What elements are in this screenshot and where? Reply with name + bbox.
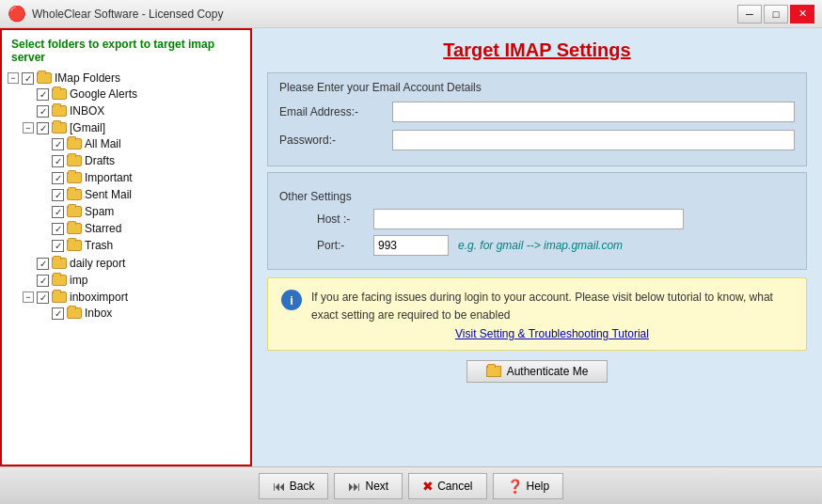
window-title: WholeClear Software - Licensed Copy [32,8,223,21]
tree-label-sentmail: Sent Mail [85,188,132,201]
expander-icon[interactable]: − [23,122,34,134]
list-item: − [Gmail] All Mail [21,119,246,255]
tree-label-dailyreport: daily report [70,257,125,270]
tree-item-gmail[interactable]: − [Gmail] [21,120,246,135]
list-item: daily report [21,255,246,272]
help-button[interactable]: ❓ Help [493,473,564,499]
right-panel: Target IMAP Settings Please Enter your E… [252,28,822,466]
list-item: Trash [36,237,246,254]
email-label: Email Address:- [279,105,392,118]
tree-item-googlealerts[interactable]: Google Alerts [21,87,246,102]
tree-item-drafts[interactable]: Drafts [36,153,246,168]
titlebar-buttons: ─ □ ✕ [737,5,814,24]
list-item: imp [21,272,246,289]
port-label: Port:- [317,239,373,252]
tree-item-allmail[interactable]: All Mail [36,136,246,151]
email-input[interactable] [392,102,795,122]
folder-icon [52,122,67,134]
other-settings-section: Other Settings Host :- Port:- e.g. for g… [267,172,807,270]
list-item: Sent Mail [36,186,246,203]
checkbox-important[interactable] [52,172,64,184]
account-section: Please Enter your Email Account Details … [267,72,807,166]
port-input[interactable] [373,235,449,256]
port-hint: e.g. for gmail --> imap.gmail.com [458,239,623,252]
checkbox-inbox-sub[interactable] [52,307,64,320]
checkbox-sentmail[interactable] [52,189,64,201]
tree-label-imapfolders: IMap Folders [55,71,120,85]
host-input[interactable] [373,209,684,229]
right-panel-title: Target IMAP Settings [267,39,807,61]
minimize-button[interactable]: ─ [737,5,762,24]
tree-item-imapfolders[interactable]: − IMap Folders [6,71,246,86]
tree-item-sentmail[interactable]: Sent Mail [36,187,246,202]
titlebar-left: 🔴 WholeClear Software - Licensed Copy [8,5,223,23]
app-icon: 🔴 [8,5,26,23]
tree-item-trash[interactable]: Trash [36,238,246,253]
password-input[interactable] [392,130,795,150]
folder-icon [67,138,82,150]
tree-item-dailyreport[interactable]: daily report [21,256,246,271]
expander-icon[interactable]: − [8,72,19,84]
list-item: Starred [36,220,246,237]
folder-icon [52,88,67,100]
expander-icon[interactable]: − [23,291,34,303]
back-icon: ⏮ [273,479,286,494]
checkbox-inboximport[interactable] [37,291,49,304]
tree-item-starred[interactable]: Starred [36,221,246,236]
cancel-button[interactable]: ✖ Cancel [408,473,486,499]
checkbox-drafts[interactable] [52,155,64,167]
left-panel: Select folders to export to target imap … [0,28,252,466]
help-icon: ❓ [507,479,523,494]
checkbox-imp[interactable] [37,275,49,287]
tree-item-imp[interactable]: imp [21,273,246,288]
checkbox-googlealerts[interactable] [37,88,49,101]
bottom-bar: ⏮ Back ⏭ Next ✖ Cancel ❓ Help [0,466,822,504]
tree-item-important[interactable]: Important [36,170,246,185]
tree-label-inbox: INBOX [70,104,104,118]
tree-item-inboximport[interactable]: − inboximport [21,290,246,305]
checkbox-starred[interactable] [52,223,64,235]
back-label: Back [290,480,315,493]
checkbox-imapfolders[interactable] [22,72,34,85]
tutorial-link[interactable]: Visit Setting & Troubleshooting Tutorial [311,327,793,340]
titlebar: 🔴 WholeClear Software - Licensed Copy ─ … [0,0,822,28]
list-item: Google Alerts [21,86,246,102]
port-group: Port:- e.g. for gmail --> imap.gmail.com [317,235,795,256]
tree-label-starred: Starred [85,222,121,235]
folder-icon [52,275,67,286]
tree-children-gmail: All Mail Drafts [21,135,246,254]
tree-item-spam[interactable]: Spam [36,204,246,219]
tree-label-inbox-sub: Inbox [85,307,112,320]
checkbox-allmail[interactable] [52,138,64,150]
tree-item-inbox-sub[interactable]: Inbox [36,306,246,321]
maximize-button[interactable]: □ [764,5,788,24]
next-label: Next [365,480,388,493]
email-group: Email Address:- [279,102,795,122]
tree-label-googlealerts: Google Alerts [70,87,137,101]
tree-item-inbox[interactable]: INBOX [21,103,246,118]
next-button[interactable]: ⏭ Next [334,473,403,499]
list-item: Drafts [36,152,246,169]
list-item: INBOX [21,102,246,119]
back-button[interactable]: ⏮ Back [259,473,329,499]
checkbox-spam[interactable] [52,206,64,218]
tree-label-trash: Trash [85,239,113,252]
cancel-label: Cancel [437,480,472,493]
checkbox-dailyreport[interactable] [37,258,49,270]
authenticate-button[interactable]: Authenticate Me [466,360,609,383]
checkbox-trash[interactable] [52,240,64,252]
checkbox-inbox[interactable] [37,105,49,118]
info-box: i If you are facing issues during login … [267,277,807,351]
cancel-icon: ✖ [422,479,434,494]
folder-icon [52,291,67,303]
checkbox-gmail[interactable] [37,122,49,134]
tree-label-allmail: All Mail [85,137,121,150]
main-content: Select folders to export to target imap … [0,28,822,466]
password-label: Password:- [279,134,392,147]
folder-icon [67,155,82,166]
folder-tree: − IMap Folders Google Alerts [6,70,246,323]
folder-icon [67,189,82,200]
info-icon: i [281,290,302,310]
folder-icon [486,366,501,377]
close-button[interactable]: ✕ [790,5,814,24]
